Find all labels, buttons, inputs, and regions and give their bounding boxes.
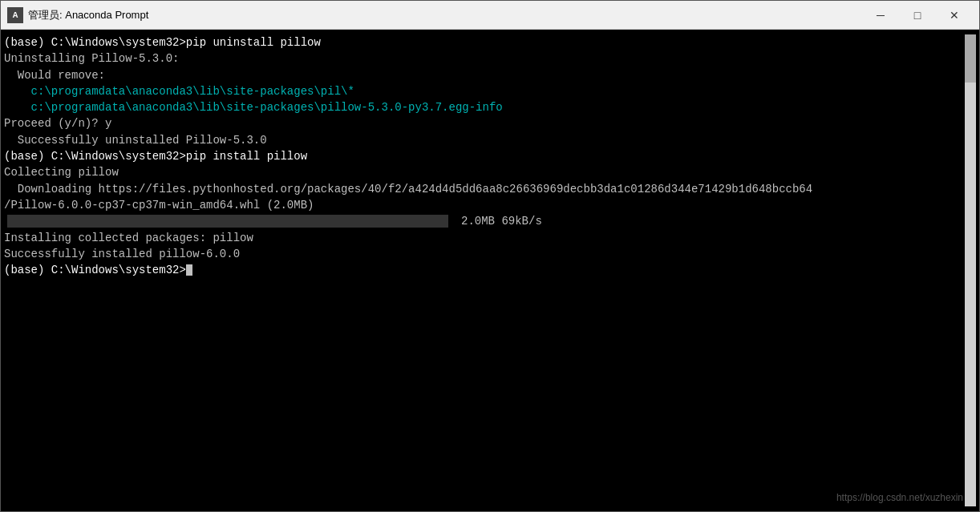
terminal-content: (base) C:\Windows\system32>pip uninstall… [4, 34, 965, 506]
terminal-line: Collecting pillow [4, 164, 963, 180]
terminal-line: Would remove: [4, 67, 963, 83]
scrollbar-thumb[interactable] [965, 34, 976, 83]
progress-bar-container [7, 215, 448, 228]
progress-bar [7, 215, 448, 228]
terminal-line: Installing collected packages: pillow [4, 230, 963, 246]
terminal-line: Uninstalling Pillow-5.3.0: [4, 50, 963, 67]
title-bar: A 管理员: Anaconda Prompt ─ □ ✕ [1, 1, 979, 30]
terminal-line: Proceed (y/n)? y [4, 115, 963, 131]
terminal-line: /Pillow-6.0.0-cp37-cp37m-win_amd64.whl (… [4, 197, 963, 213]
progress-bar-line: 2.0MB 69kB/s [4, 213, 963, 229]
watermark: https://blog.csdn.net/xuzhexin [836, 491, 963, 505]
app-icon: A [7, 7, 23, 23]
cursor [186, 264, 192, 276]
window-title: 管理员: Anaconda Prompt [28, 8, 862, 22]
scrollbar[interactable] [965, 34, 976, 506]
terminal-line: c:\programdata\anaconda3\lib\site-packag… [4, 99, 963, 115]
terminal-line: c:\programdata\anaconda3\lib\site-packag… [4, 83, 963, 99]
terminal-line: (base) C:\Windows\system32> [4, 262, 963, 278]
maximize-button[interactable]: □ [899, 1, 936, 30]
minimize-button[interactable]: ─ [862, 1, 899, 30]
terminal-body[interactable]: (base) C:\Windows\system32>pip uninstall… [1, 30, 979, 511]
terminal-line: Successfully installed pillow-6.0.0 [4, 246, 963, 262]
close-button[interactable]: ✕ [936, 1, 973, 30]
terminal-line: (base) C:\Windows\system32>pip install p… [4, 148, 963, 164]
progress-stats: 2.0MB 69kB/s [461, 213, 542, 229]
terminal-line: (base) C:\Windows\system32>pip uninstall… [4, 34, 963, 50]
window-controls: ─ □ ✕ [862, 1, 973, 30]
terminal-line: Downloading https://files.pythonhosted.o… [4, 181, 963, 197]
terminal-line: Successfully uninstalled Pillow-5.3.0 [4, 132, 963, 148]
terminal-window: A 管理员: Anaconda Prompt ─ □ ✕ (base) C:\W… [0, 0, 980, 512]
